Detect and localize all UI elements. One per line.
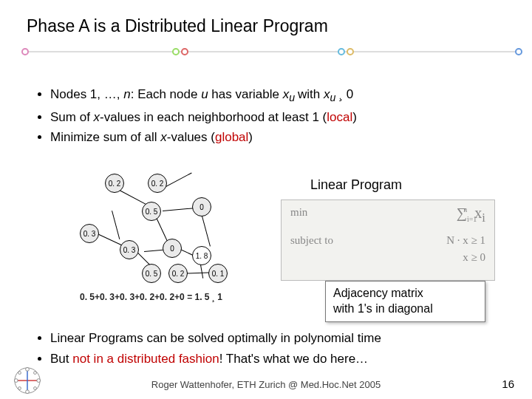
graph-diagram: 0. 2 0. 2 0. 5 0 0. 3 0. 3 0 1. 8 0. 5 0… xyxy=(74,174,244,284)
divider-line xyxy=(21,47,523,56)
adjacency-line1: Adjacency matrix xyxy=(333,286,477,301)
page-number: 16 xyxy=(502,378,514,390)
lp-min: min xyxy=(290,206,307,227)
bullet-minimize-global: Minimize sum of all x-values (global) xyxy=(50,128,357,147)
lp-heading: Linear Program xyxy=(310,177,402,193)
graph-node: 0. 2 xyxy=(105,174,124,193)
graph-node-highlight: 1. 8 xyxy=(192,246,211,265)
svg-point-6 xyxy=(516,49,522,55)
graph-node: 0. 2 xyxy=(168,264,188,283)
svg-point-14 xyxy=(18,372,21,375)
graph-node: 0 xyxy=(163,239,182,258)
slide-title: Phase A is a Distributed Linear Program xyxy=(27,16,328,36)
graph-node: 0. 2 xyxy=(148,174,167,193)
graph-node: 0. 5 xyxy=(142,202,161,221)
graph-node: 0. 3 xyxy=(80,224,99,243)
graph-node: 0 xyxy=(192,197,211,216)
svg-point-10 xyxy=(26,367,30,371)
lp-subject-to: subject to xyxy=(290,234,333,247)
lp-constraint-2: x ≥ 0 xyxy=(290,251,485,264)
svg-point-5 xyxy=(347,49,353,55)
lp-constraint-1: N · x ≥ 1 xyxy=(446,234,485,247)
svg-point-15 xyxy=(34,372,37,375)
equation-note: 0. 5+0. 3+0. 3+0. 2+0. 2+0 = 1. 5 ¸ 1 xyxy=(80,292,222,302)
top-bullets: Nodes 1, …, n: Each node u has variable … xyxy=(33,85,357,149)
lp-objective: ∑i=1n xi xyxy=(457,205,485,225)
bullet-nodes: Nodes 1, …, n: Each node u has variable … xyxy=(50,85,357,106)
svg-point-4 xyxy=(338,49,344,55)
bullet-sum-local: Sum of x-values in each neighborhood at … xyxy=(50,108,357,127)
svg-point-2 xyxy=(173,49,179,55)
lp-box: min ∑i=1n xi subject to N · x ≥ 1 x ≥ 0 xyxy=(281,200,495,281)
svg-point-11 xyxy=(26,390,30,394)
svg-point-1 xyxy=(22,49,28,55)
bullet-not-distributed: But not in a distributed fashion! That's… xyxy=(50,349,381,369)
graph-node: 0. 3 xyxy=(120,240,139,259)
bullet-lp-poly: Linear Programs can be solved optimally … xyxy=(50,329,381,348)
adjacency-note: Adjacency matrix with 1's in diagonal xyxy=(325,281,485,322)
bottom-bullets: Linear Programs can be solved optimally … xyxy=(33,329,381,369)
svg-point-3 xyxy=(182,49,188,55)
graph-node: 0. 1 xyxy=(208,264,228,283)
graph-node: 0. 5 xyxy=(142,264,161,283)
footer-text: Roger Wattenhofer, ETH Zurich @ Med.Hoc.… xyxy=(0,379,532,390)
adjacency-line2: with 1's in diagonal xyxy=(333,301,477,317)
